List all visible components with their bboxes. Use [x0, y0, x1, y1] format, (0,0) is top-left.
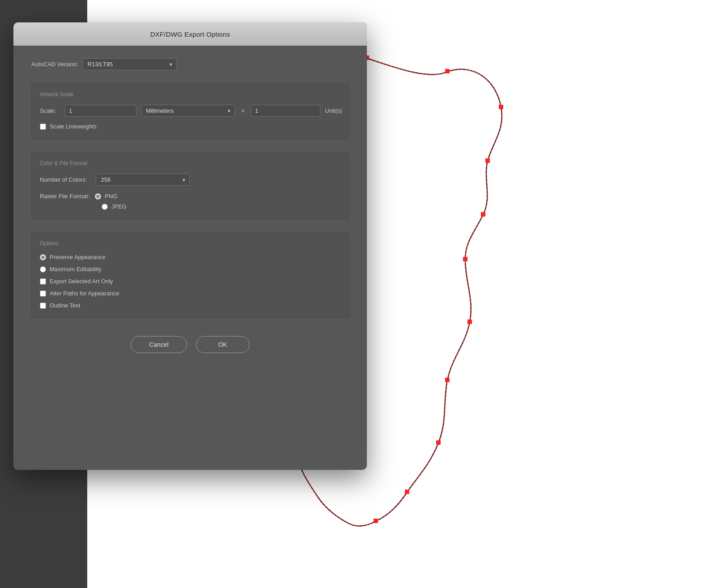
artwork-scale-section: Artwork Scale Scale: Millimeters Centime…	[31, 84, 349, 139]
autocad-version-select-wrapper[interactable]: R13/LT95 R14/LT97 R14/LT98 2000/LT2000 2…	[83, 58, 177, 70]
raster-label: Raster File Format:	[40, 193, 89, 200]
scale-label: Scale:	[40, 107, 56, 114]
outline-text-checkbox[interactable]	[40, 303, 46, 309]
dialog-titlebar: DXF/DWG Export Options	[13, 22, 367, 46]
maximum-editability-row: Maximum Editability	[40, 266, 340, 273]
outline-text-label[interactable]: Outline Text	[50, 302, 80, 309]
dialog-title: DXF/DWG Export Options	[150, 30, 230, 38]
scale-lineweights-row: Scale Lineweights	[40, 123, 340, 130]
color-format-section: Color & File Format Number of Colors: 8 …	[31, 153, 349, 219]
alter-paths-label[interactable]: Alter Paths for Appearance	[50, 290, 119, 297]
dialog-body: AutoCAD Version: R13/LT95 R14/LT97 R14/L…	[13, 46, 367, 366]
ok-button[interactable]: OK	[196, 336, 250, 353]
equals-sign: =	[239, 107, 246, 115]
alter-paths-row: Alter Paths for Appearance	[40, 290, 340, 297]
autocad-version-row: AutoCAD Version: R13/LT95 R14/LT97 R14/L…	[31, 58, 349, 70]
autocad-version-select[interactable]: R13/LT95 R14/LT97 R14/LT98 2000/LT2000 2…	[83, 58, 177, 70]
scale-input[interactable]	[65, 105, 136, 117]
scale-lineweights-checkbox[interactable]	[40, 124, 46, 130]
jpeg-row: JPEG	[102, 203, 340, 210]
raster-row: Raster File Format: PNG	[40, 193, 340, 200]
unit-select[interactable]: Millimeters Centimeters Inches Points Pi…	[141, 105, 235, 117]
options-header: Options	[40, 240, 340, 247]
alter-paths-checkbox[interactable]	[40, 290, 46, 297]
unit-select-wrapper[interactable]: Millimeters Centimeters Inches Points Pi…	[141, 105, 235, 117]
export-selected-art-label[interactable]: Export Selected Art Only	[50, 278, 113, 285]
png-radio[interactable]	[95, 193, 101, 200]
color-format-header: Color & File Format	[40, 160, 340, 166]
export-selected-art-row: Export Selected Art Only	[40, 278, 340, 285]
button-row: Cancel OK	[31, 336, 349, 353]
options-section: Options Preserve Appearance Maximum Edit…	[31, 233, 349, 318]
png-label[interactable]: PNG	[105, 193, 117, 200]
cancel-button[interactable]: Cancel	[131, 336, 187, 353]
dialog: DXF/DWG Export Options AutoCAD Version: …	[13, 22, 367, 470]
colors-row: Number of Colors: 8 16 256	[40, 174, 340, 186]
unit-value-input[interactable]	[251, 105, 320, 117]
num-colors-select-wrapper[interactable]: 8 16 256	[96, 174, 190, 186]
num-colors-label: Number of Colors:	[40, 176, 87, 183]
jpeg-label[interactable]: JPEG	[111, 203, 127, 210]
preserve-appearance-radio[interactable]	[40, 254, 46, 260]
preserve-appearance-row: Preserve Appearance	[40, 254, 340, 260]
scale-row: Scale: Millimeters Centimeters Inches Po…	[40, 105, 340, 117]
export-selected-art-checkbox[interactable]	[40, 278, 46, 285]
outline-text-row: Outline Text	[40, 302, 340, 309]
autocad-version-label: AutoCAD Version:	[31, 61, 78, 68]
artwork-scale-header: Artwork Scale	[40, 91, 340, 98]
maximum-editability-label[interactable]: Maximum Editability	[50, 266, 102, 273]
preserve-appearance-label[interactable]: Preserve Appearance	[50, 254, 106, 260]
jpeg-radio[interactable]	[102, 204, 108, 210]
scale-lineweights-label[interactable]: Scale Lineweights	[50, 123, 97, 130]
units-suffix: Unit(s)	[325, 107, 342, 114]
num-colors-select[interactable]: 8 16 256	[96, 174, 190, 186]
maximum-editability-radio[interactable]	[40, 266, 46, 273]
